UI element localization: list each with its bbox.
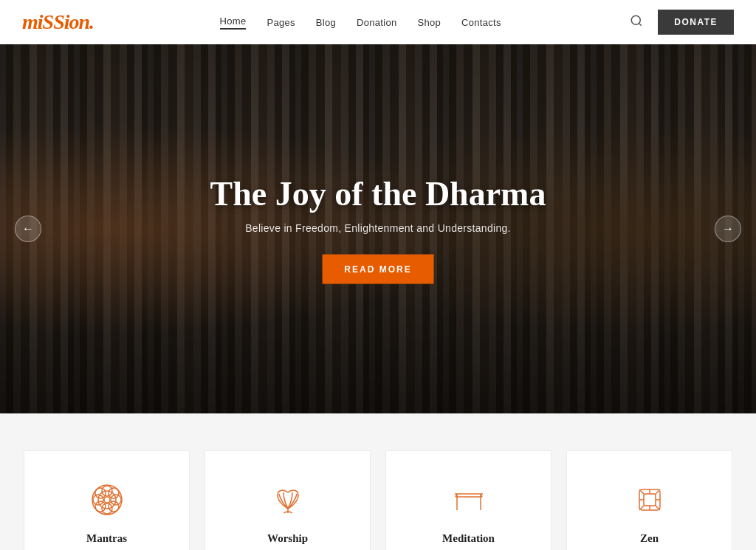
site-logo: miSSion.	[22, 10, 94, 34]
site-header: miSSion. Home Pages Blog Donation Shop C…	[0, 0, 756, 44]
worship-icon	[269, 481, 307, 519]
card-worship: Worship Sed do eiusm od tempor ...	[205, 450, 371, 550]
hero-content: The Joy of the Dharma Believe in Freedom…	[210, 174, 546, 284]
svg-line-25	[656, 506, 660, 510]
mantras-icon	[88, 481, 126, 519]
hero-section: ← The Joy of the Dharma Believe in Freed…	[0, 44, 756, 413]
main-nav: Home Pages Blog Donation Shop Contacts	[220, 16, 501, 30]
zen-icon	[630, 481, 669, 519]
hero-next-button[interactable]: →	[715, 216, 741, 242]
svg-line-22	[639, 489, 644, 494]
arrow-right-icon: →	[722, 222, 734, 236]
hero-prev-button[interactable]: ←	[15, 216, 41, 242]
nav-donation[interactable]: Donation	[357, 17, 396, 28]
svg-line-1	[639, 23, 642, 25]
hero-title: The Joy of the Dharma	[210, 174, 546, 213]
search-button[interactable]	[627, 11, 646, 34]
mantras-title: Mantras	[39, 532, 174, 545]
cards-section: Mantras Sed do eiusm od tempor ... Worsh…	[0, 413, 756, 550]
arrow-left-icon: ←	[22, 222, 34, 236]
card-meditation: Meditation Sed do eiusm od tempor ...	[385, 450, 551, 550]
hero-cta-button[interactable]: READ MORE	[322, 255, 433, 284]
svg-point-0	[631, 16, 640, 24]
nav-pages[interactable]: Pages	[267, 17, 295, 28]
worship-title: Worship	[220, 532, 355, 545]
meditation-icon	[450, 481, 488, 519]
card-mantras: Mantras Sed do eiusm od tempor ...	[24, 450, 190, 550]
nav-home[interactable]: Home	[220, 16, 247, 30]
nav-blog[interactable]: Blog	[316, 17, 336, 28]
meditation-title: Meditation	[401, 532, 536, 545]
svg-point-3	[98, 491, 116, 509]
hero-subtitle: Believe in Freedom, Enlightenment and Un…	[210, 222, 546, 234]
nav-contacts[interactable]: Contacts	[461, 17, 501, 28]
svg-point-12	[104, 497, 110, 503]
nav-shop[interactable]: Shop	[417, 17, 441, 28]
card-zen: Zen Sed do eiusm od tempor ...	[566, 450, 732, 550]
cards-grid: Mantras Sed do eiusm od tempor ... Worsh…	[24, 450, 732, 550]
svg-line-23	[656, 489, 660, 494]
zen-title: Zen	[582, 532, 717, 545]
svg-line-24	[639, 506, 644, 510]
search-icon	[630, 14, 643, 27]
svg-rect-20	[644, 494, 656, 506]
donate-button[interactable]: DONATE	[658, 10, 734, 35]
header-actions: DONATE	[627, 10, 734, 35]
